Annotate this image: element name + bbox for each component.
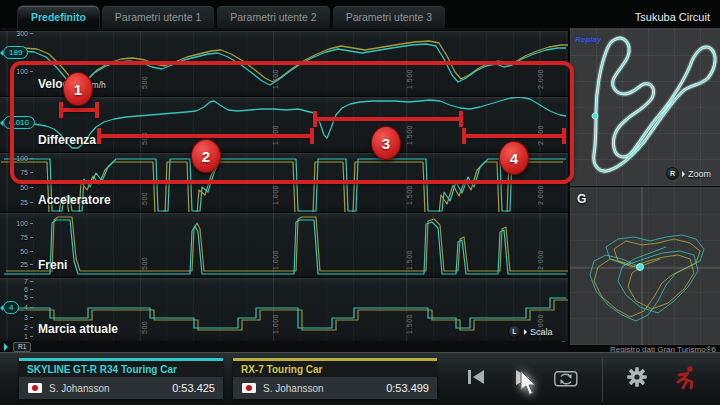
- y-axis-label: 7: [2, 278, 28, 285]
- x-axis-label: 1.500: [406, 250, 413, 270]
- y-axis-label: 300: [2, 30, 28, 37]
- replay-logo: Replay: [575, 35, 601, 44]
- y-axis-label: 100: [2, 155, 28, 162]
- zoom-label: Zoom: [688, 169, 711, 179]
- chart-footer-strip: [0, 341, 568, 352]
- y-axis-label: 2: [2, 324, 28, 331]
- g-force-panel: G: [570, 187, 720, 345]
- x-axis-label: 1.000: [272, 250, 279, 270]
- exit-runner-button[interactable]: [674, 365, 698, 391]
- scale-control-hint[interactable]: L Scala: [508, 325, 553, 338]
- y-axis-label: 5: [2, 294, 28, 301]
- x-axis-label: 1.500: [406, 185, 413, 205]
- panel-label-gear: Marcia attuale: [38, 322, 118, 336]
- chart-panel-brake: 5001.0001.5002.000100755025Freni: [0, 212, 568, 277]
- tab-parametri-utente-2[interactable]: Parametri utente 2: [217, 6, 329, 28]
- x-axis-label: 500: [141, 76, 148, 89]
- driver-card-2[interactable]: RX-7 Touring Car S. Johansson 0:53.499: [233, 358, 437, 399]
- car1-name: SKYLINE GT-R R34 Touring Car: [19, 361, 223, 377]
- y-axis-label: 3: [2, 314, 28, 321]
- cursor-value-badge: 189: [3, 46, 28, 59]
- y-axis-label: 1: [2, 333, 28, 340]
- lap-marker-badge: R1: [13, 342, 31, 352]
- g-label: G: [577, 192, 586, 206]
- car-position-dot: [592, 113, 598, 119]
- x-axis-label: 1.000: [272, 314, 279, 334]
- x-axis-label: 500: [141, 257, 148, 270]
- driver1-name: S. Johansson: [49, 383, 166, 394]
- y-axis-label: 100: [2, 68, 28, 75]
- x-axis-label: 1.500: [406, 125, 413, 145]
- left-stick-icon: L: [508, 325, 521, 338]
- skip-to-start-button[interactable]: [468, 370, 485, 385]
- track-map-panel: Replay R Zoom: [570, 28, 720, 186]
- chart-panel-gear: 5001.0001.5002.0007654321Marcia attuale: [0, 277, 568, 341]
- y-axis-label: 75: [2, 234, 28, 241]
- driver1-laptime: 0:53.425: [172, 382, 215, 394]
- x-axis-label: 1.500: [406, 314, 413, 334]
- y-axis-label: 50: [2, 184, 28, 191]
- x-axis-label: 2.000: [537, 185, 544, 205]
- x-axis-label: 1.000: [272, 69, 279, 89]
- y-axis-label: 100: [2, 220, 28, 227]
- x-axis-label: 500: [141, 192, 148, 205]
- tab-parametri-utente-1[interactable]: Parametri utente 1: [102, 6, 214, 28]
- triangle-icon: [682, 171, 685, 177]
- panel-label-throttle: Acceleratore: [38, 193, 111, 207]
- right-stick-icon: R: [666, 167, 679, 180]
- japan-flag-icon: [241, 382, 257, 394]
- panel-label-gap: Differenza: [38, 133, 96, 147]
- chart-panel-throttle: 5001.0001.5002.000100755025Acceleratore: [0, 152, 568, 212]
- driver-card-1[interactable]: SKYLINE GT-R R34 Touring Car S. Johansso…: [19, 358, 223, 399]
- circuit-name: Tsukuba Circuit: [635, 11, 720, 23]
- x-axis-label: 1.000: [272, 125, 279, 145]
- x-axis-label: 2.000: [537, 125, 544, 145]
- bottom-bar: SKYLINE GT-R R34 Touring Car S. Johansso…: [0, 352, 720, 405]
- scale-label: Scala: [530, 327, 553, 337]
- x-axis-label: 500: [141, 132, 148, 145]
- mouse-cursor: [520, 371, 540, 397]
- track-map: [570, 28, 720, 186]
- y-axis-label: 25: [2, 199, 28, 206]
- driver2-laptime: 0:53.499: [386, 382, 429, 394]
- cursor-value-badge: 0.010: [3, 116, 35, 129]
- japan-flag-icon: [27, 382, 43, 394]
- tab-parametri-utente-3[interactable]: Parametri utente 3: [333, 6, 445, 28]
- x-axis-label: 1.500: [406, 69, 413, 89]
- tab-label: Parametri utente 1: [115, 11, 201, 23]
- panel-label-speed: Velocitàkm/h: [38, 77, 106, 91]
- car2-name: RX-7 Touring Car: [233, 361, 437, 377]
- x-axis-label: 500: [141, 321, 148, 334]
- triangle-icon: [524, 329, 527, 335]
- tab-predefinito[interactable]: Predefinito: [18, 6, 99, 28]
- tab-bar: Predefinito Parametri utente 1 Parametri…: [0, 0, 720, 28]
- loop-replay-button[interactable]: [554, 371, 578, 387]
- y-axis-label: 50: [2, 248, 28, 255]
- settings-gear-button[interactable]: [626, 366, 648, 388]
- tab-label: Parametri utente 3: [346, 11, 432, 23]
- y-axis-label: 25: [2, 261, 28, 268]
- tab-label: Predefinito: [31, 11, 86, 23]
- driver2-name: S. Johansson: [263, 383, 380, 394]
- zoom-control-hint[interactable]: R Zoom: [666, 167, 711, 180]
- x-axis-label: 2.000: [537, 250, 544, 270]
- cursor-value-badge: 4: [3, 301, 19, 314]
- toolbar-divider: [602, 357, 603, 402]
- y-axis-label: 6: [2, 286, 28, 293]
- x-axis-label: 2.000: [537, 69, 544, 89]
- gt6-data-logger-screen: Predefinito Parametri utente 1 Parametri…: [0, 0, 720, 405]
- chart-panel-gap: 5001.0001.5002.000Differenza: [0, 96, 568, 152]
- x-axis-label: 1.000: [272, 185, 279, 205]
- y-axis-label: 75: [2, 169, 28, 176]
- tab-label: Parametri utente 2: [230, 11, 316, 23]
- telemetry-charts: R1 5001.0001.5002.000300100Velocitàkm/h5…: [0, 28, 568, 352]
- chart-panel-speed: 5001.0001.5002.000300100Velocitàkm/h: [0, 30, 568, 96]
- panel-label-brake: Freni: [38, 258, 67, 272]
- g-force-plot: [570, 187, 720, 345]
